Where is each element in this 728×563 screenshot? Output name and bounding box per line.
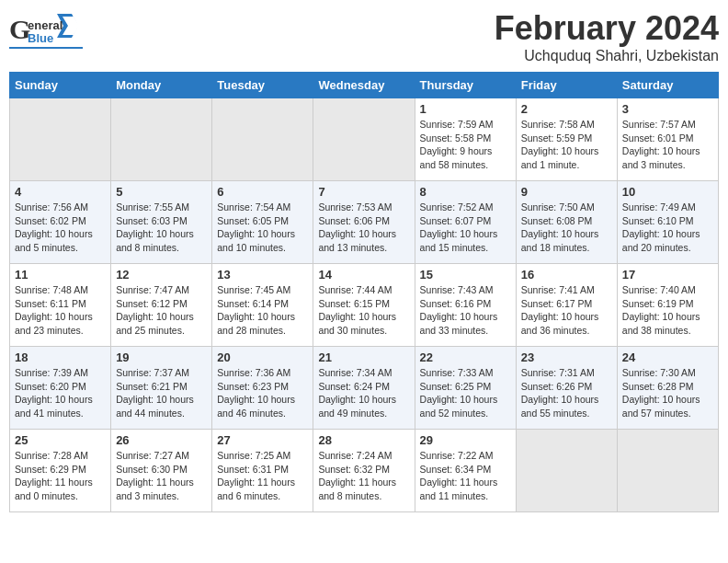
calendar-week-row: 11Sunrise: 7:48 AMSunset: 6:11 PMDayligh… bbox=[10, 264, 719, 347]
table-row bbox=[111, 98, 212, 181]
day-number: 21 bbox=[318, 350, 409, 364]
day-number: 16 bbox=[521, 268, 612, 282]
col-friday: Friday bbox=[516, 73, 617, 98]
day-number: 13 bbox=[217, 268, 308, 282]
day-info: Sunrise: 7:56 AMSunset: 6:02 PMDaylight:… bbox=[15, 201, 106, 255]
day-info: Sunrise: 7:27 AMSunset: 6:30 PMDaylight:… bbox=[116, 449, 207, 503]
day-info: Sunrise: 7:59 AMSunset: 5:58 PMDaylight:… bbox=[420, 118, 511, 172]
calendar-week-row: 25Sunrise: 7:28 AMSunset: 6:29 PMDayligh… bbox=[10, 430, 719, 512]
table-row: 23Sunrise: 7:31 AMSunset: 6:26 PMDayligh… bbox=[516, 347, 617, 430]
day-number: 24 bbox=[622, 350, 713, 364]
day-info: Sunrise: 7:53 AMSunset: 6:06 PMDaylight:… bbox=[318, 201, 409, 255]
day-number: 19 bbox=[116, 350, 207, 364]
day-info: Sunrise: 7:22 AMSunset: 6:34 PMDaylight:… bbox=[420, 449, 511, 503]
col-thursday: Thursday bbox=[415, 73, 516, 98]
calendar-table: Sunday Monday Tuesday Wednesday Thursday… bbox=[9, 72, 719, 512]
table-row: 24Sunrise: 7:30 AMSunset: 6:28 PMDayligh… bbox=[617, 347, 718, 430]
day-info: Sunrise: 7:30 AMSunset: 6:28 PMDaylight:… bbox=[622, 366, 713, 420]
table-row: 3Sunrise: 7:57 AMSunset: 6:01 PMDaylight… bbox=[617, 98, 718, 181]
day-info: Sunrise: 7:58 AMSunset: 5:59 PMDaylight:… bbox=[521, 118, 612, 172]
table-row: 16Sunrise: 7:41 AMSunset: 6:17 PMDayligh… bbox=[516, 264, 617, 347]
table-row: 11Sunrise: 7:48 AMSunset: 6:11 PMDayligh… bbox=[10, 264, 111, 347]
day-number: 25 bbox=[15, 433, 106, 447]
day-number: 23 bbox=[521, 350, 612, 364]
day-number: 14 bbox=[318, 268, 409, 282]
table-row: 28Sunrise: 7:24 AMSunset: 6:32 PMDayligh… bbox=[313, 430, 415, 512]
day-info: Sunrise: 7:47 AMSunset: 6:12 PMDaylight:… bbox=[116, 283, 207, 338]
day-number: 15 bbox=[420, 268, 511, 282]
table-row: 8Sunrise: 7:52 AMSunset: 6:07 PMDaylight… bbox=[415, 181, 516, 264]
table-row: 21Sunrise: 7:34 AMSunset: 6:24 PMDayligh… bbox=[313, 347, 415, 430]
day-info: Sunrise: 7:48 AMSunset: 6:11 PMDaylight:… bbox=[15, 283, 106, 338]
day-number: 4 bbox=[15, 185, 106, 199]
location-title: Uchquduq Shahri, Uzbekistan bbox=[495, 48, 719, 64]
day-number: 1 bbox=[420, 102, 511, 116]
svg-text:Blue: Blue bbox=[28, 31, 53, 45]
day-info: Sunrise: 7:43 AMSunset: 6:16 PMDaylight:… bbox=[420, 283, 511, 338]
logo: G eneral Blue bbox=[9, 9, 83, 49]
day-info: Sunrise: 7:36 AMSunset: 6:23 PMDaylight:… bbox=[217, 366, 308, 420]
day-info: Sunrise: 7:40 AMSunset: 6:19 PMDaylight:… bbox=[622, 283, 713, 338]
day-info: Sunrise: 7:50 AMSunset: 6:08 PMDaylight:… bbox=[521, 201, 612, 255]
col-tuesday: Tuesday bbox=[212, 73, 313, 98]
day-number: 8 bbox=[420, 185, 511, 199]
day-number: 28 bbox=[318, 433, 409, 447]
table-row: 6Sunrise: 7:54 AMSunset: 6:05 PMDaylight… bbox=[212, 181, 313, 264]
day-number: 3 bbox=[622, 102, 713, 116]
day-number: 7 bbox=[318, 185, 409, 199]
col-wednesday: Wednesday bbox=[313, 73, 415, 98]
day-info: Sunrise: 7:25 AMSunset: 6:31 PMDaylight:… bbox=[217, 449, 308, 503]
table-row: 27Sunrise: 7:25 AMSunset: 6:31 PMDayligh… bbox=[212, 430, 313, 512]
table-row: 18Sunrise: 7:39 AMSunset: 6:20 PMDayligh… bbox=[10, 347, 111, 430]
calendar-week-row: 4Sunrise: 7:56 AMSunset: 6:02 PMDaylight… bbox=[10, 181, 719, 264]
table-row bbox=[313, 98, 415, 181]
col-sunday: Sunday bbox=[10, 73, 111, 98]
day-info: Sunrise: 7:31 AMSunset: 6:26 PMDaylight:… bbox=[521, 366, 612, 420]
header: G eneral Blue February 2024 Uchquduq Sha… bbox=[9, 9, 719, 64]
table-row: 13Sunrise: 7:45 AMSunset: 6:14 PMDayligh… bbox=[212, 264, 313, 347]
day-info: Sunrise: 7:49 AMSunset: 6:10 PMDaylight:… bbox=[622, 201, 713, 255]
col-saturday: Saturday bbox=[617, 73, 718, 98]
table-row: 12Sunrise: 7:47 AMSunset: 6:12 PMDayligh… bbox=[111, 264, 212, 347]
table-row: 2Sunrise: 7:58 AMSunset: 5:59 PMDaylight… bbox=[516, 98, 617, 181]
day-info: Sunrise: 7:41 AMSunset: 6:17 PMDaylight:… bbox=[521, 283, 612, 338]
table-row bbox=[516, 430, 617, 512]
day-info: Sunrise: 7:44 AMSunset: 6:15 PMDaylight:… bbox=[318, 283, 409, 338]
day-number: 6 bbox=[217, 185, 308, 199]
day-info: Sunrise: 7:39 AMSunset: 6:20 PMDaylight:… bbox=[15, 366, 106, 420]
day-number: 10 bbox=[622, 185, 713, 199]
table-row: 1Sunrise: 7:59 AMSunset: 5:58 PMDaylight… bbox=[415, 98, 516, 181]
table-row: 20Sunrise: 7:36 AMSunset: 6:23 PMDayligh… bbox=[212, 347, 313, 430]
svg-text:eneral: eneral bbox=[28, 18, 63, 32]
day-number: 26 bbox=[116, 433, 207, 447]
calendar-week-row: 18Sunrise: 7:39 AMSunset: 6:20 PMDayligh… bbox=[10, 347, 719, 430]
day-number: 5 bbox=[116, 185, 207, 199]
table-row: 7Sunrise: 7:53 AMSunset: 6:06 PMDaylight… bbox=[313, 181, 415, 264]
day-number: 17 bbox=[622, 268, 713, 282]
table-row: 19Sunrise: 7:37 AMSunset: 6:21 PMDayligh… bbox=[111, 347, 212, 430]
table-row: 22Sunrise: 7:33 AMSunset: 6:25 PMDayligh… bbox=[415, 347, 516, 430]
day-info: Sunrise: 7:54 AMSunset: 6:05 PMDaylight:… bbox=[217, 201, 308, 255]
day-number: 22 bbox=[420, 350, 511, 364]
table-row: 15Sunrise: 7:43 AMSunset: 6:16 PMDayligh… bbox=[415, 264, 516, 347]
day-number: 18 bbox=[15, 350, 106, 364]
table-row: 4Sunrise: 7:56 AMSunset: 6:02 PMDaylight… bbox=[10, 181, 111, 264]
table-row bbox=[212, 98, 313, 181]
day-number: 20 bbox=[217, 350, 308, 364]
table-row: 10Sunrise: 7:49 AMSunset: 6:10 PMDayligh… bbox=[617, 181, 718, 264]
calendar-week-row: 1Sunrise: 7:59 AMSunset: 5:58 PMDaylight… bbox=[10, 98, 719, 181]
day-info: Sunrise: 7:33 AMSunset: 6:25 PMDaylight:… bbox=[420, 366, 511, 420]
day-number: 27 bbox=[217, 433, 308, 447]
day-info: Sunrise: 7:37 AMSunset: 6:21 PMDaylight:… bbox=[116, 366, 207, 420]
day-info: Sunrise: 7:34 AMSunset: 6:24 PMDaylight:… bbox=[318, 366, 409, 420]
day-info: Sunrise: 7:24 AMSunset: 6:32 PMDaylight:… bbox=[318, 449, 409, 503]
day-number: 2 bbox=[521, 102, 612, 116]
day-number: 12 bbox=[116, 268, 207, 282]
day-info: Sunrise: 7:45 AMSunset: 6:14 PMDaylight:… bbox=[217, 283, 308, 338]
day-number: 9 bbox=[521, 185, 612, 199]
col-monday: Monday bbox=[111, 73, 212, 98]
day-info: Sunrise: 7:28 AMSunset: 6:29 PMDaylight:… bbox=[15, 449, 106, 503]
day-number: 11 bbox=[15, 268, 106, 282]
day-info: Sunrise: 7:52 AMSunset: 6:07 PMDaylight:… bbox=[420, 201, 511, 255]
table-row: 25Sunrise: 7:28 AMSunset: 6:29 PMDayligh… bbox=[10, 430, 111, 512]
